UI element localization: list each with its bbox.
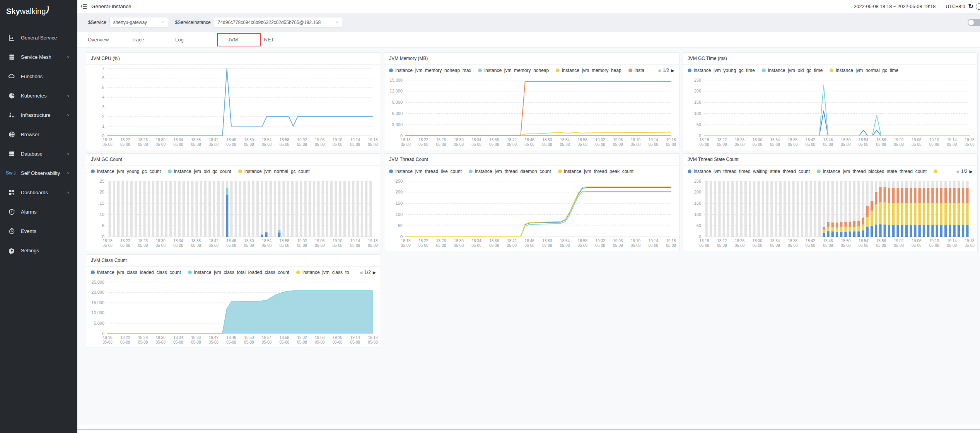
svg-text:05-08: 05-08: [350, 243, 360, 248]
svg-text:05-08: 05-08: [912, 142, 922, 147]
jvm-gc-time-chart[interactable]: 05010015020025018:1805-0818:2205-0818:26…: [683, 76, 977, 150]
svg-text:05-08: 05-08: [244, 340, 254, 344]
legend-item[interactable]: instance_jvm_memory_noheap_max: [389, 68, 471, 73]
legend-dot-icon: [296, 270, 300, 274]
jvm-thread-state-count-chart[interactable]: 05010015020025018:1805-0818:2205-0818:26…: [683, 177, 977, 251]
sidebar-item-label: Events: [21, 228, 36, 234]
legend-item[interactable]: instance_jvm_old_gc_time: [762, 68, 823, 73]
svg-text:05-08: 05-08: [841, 142, 851, 147]
svg-text:150: 150: [694, 201, 701, 205]
legend-label: insta: [635, 68, 644, 73]
sidebar-item-alarms[interactable]: Alarms: [0, 202, 77, 221]
legend-next-icon[interactable]: ▶: [671, 68, 674, 73]
chart-icon: [8, 34, 15, 41]
legend-item[interactable]: instance_jvm_class_loaded_class_count: [91, 270, 181, 275]
jvm-memory-chart[interactable]: 03,0006,0009,00012,00015,00018:1805-0818…: [384, 76, 679, 150]
svg-text:05-08: 05-08: [209, 142, 219, 147]
sidebar-item-kubernetes[interactable]: Kubernetes ∨: [0, 86, 77, 105]
sidebar-item-database[interactable]: Database ∨: [0, 144, 77, 163]
legend-item[interactable]: instance_jvm_thread_peak_count: [558, 169, 633, 174]
svg-text:05-08: 05-08: [734, 142, 744, 147]
svg-text:05-08: 05-08: [649, 243, 659, 248]
svg-text:18:42: 18:42: [806, 138, 815, 142]
tab-log[interactable]: Log: [173, 32, 217, 48]
svg-text:18:58: 18:58: [280, 335, 289, 340]
sidebar-item-browser[interactable]: Browser: [0, 125, 77, 144]
legend-item[interactable]: instance_jvm_memory_noheap: [478, 68, 549, 73]
refresh-icon[interactable]: ↻: [968, 3, 973, 10]
legend-item[interactable]: [934, 169, 940, 173]
legend-item[interactable]: instance_jvm_thread_timed_waiting_state_…: [688, 169, 810, 174]
legend-item[interactable]: instance_jvm_thread_blocked_state_thread…: [817, 169, 927, 174]
legend-item[interactable]: instance_jvm_thread_daemon_count: [469, 169, 551, 174]
tab-trace[interactable]: Trace: [130, 32, 173, 48]
legend-item[interactable]: instance_jvm_old_gc_count: [168, 169, 231, 174]
chart-legend: instance_jvm_memory_noheap_maxinstance_j…: [384, 65, 679, 76]
legend-label: instance_jvm_class_loaded_class_count: [97, 270, 181, 275]
sidebar-item-self-observability[interactable]: Sw﹚ Self Observability ∨: [0, 163, 77, 183]
legend-label: instance_jvm_thread_timed_waiting_state_…: [694, 169, 810, 174]
svg-text:05-08: 05-08: [436, 243, 446, 248]
svg-text:7: 7: [102, 66, 104, 71]
legend-prev-icon[interactable]: ◀: [956, 169, 959, 174]
svg-text:05-08: 05-08: [699, 243, 709, 248]
legend-item[interactable]: instance_jvm_class_to: [296, 270, 349, 275]
service-instance-select[interactable]: 74d96c778c694c6b9b6322c62d55b765@192.168…: [214, 17, 342, 27]
service-label: $Service: [88, 20, 106, 25]
svg-text:05-08: 05-08: [454, 243, 464, 248]
sidebar-item-service-mesh[interactable]: Service Mesh ∨: [0, 47, 77, 67]
svg-text:5,000: 5,000: [94, 321, 104, 325]
view-toggle[interactable]: [968, 19, 980, 26]
svg-text:05-08: 05-08: [858, 243, 868, 248]
svg-text:05-08: 05-08: [560, 243, 570, 248]
svg-text:18:46: 18:46: [823, 138, 833, 142]
legend-item[interactable]: instance_jvm_young_gc_count: [91, 169, 161, 174]
legend-item[interactable]: instance_jvm_normal_gc_time: [830, 68, 898, 73]
tab-overview[interactable]: Overview: [86, 32, 130, 48]
svg-text:05-08: 05-08: [876, 243, 886, 248]
svg-text:19:06: 19:06: [315, 138, 324, 142]
legend-item[interactable]: instance_jvm_memory_heap: [556, 68, 621, 73]
jvm-gc-count-chart[interactable]: 051015202518:1805-0818:2205-0818:2605-08…: [86, 177, 381, 251]
sidebar-item-events[interactable]: Events: [0, 221, 77, 241]
jvm-thread-count-chart[interactable]: 05010015020025018:1805-0818:2205-0818:26…: [384, 177, 679, 251]
legend-next-icon[interactable]: ▶: [970, 169, 973, 174]
tab-jvm[interactable]: JVM: [217, 33, 261, 46]
sidebar-item-dashboards[interactable]: Dashboards ∨: [0, 183, 77, 202]
sidebar-item-functions[interactable]: Functions: [0, 67, 77, 86]
time-range-picker[interactable]: 2022-05-08 18:18 ~ 2022-05-08 19:18: [854, 4, 936, 9]
svg-text:0: 0: [699, 234, 701, 239]
skywalking-logo[interactable]: Skywalking): [0, 0, 77, 22]
svg-text:05-08: 05-08: [507, 243, 517, 248]
legend-item[interactable]: instance_jvm_young_gc_time: [688, 68, 755, 73]
chevron-down-icon: ∨: [67, 55, 70, 59]
legend-item[interactable]: instance_jvm_normal_gc_count: [238, 169, 310, 174]
sidebar-item-infrastructure[interactable]: Infrastructure ∨: [0, 105, 77, 125]
legend-prev-icon[interactable]: ◀: [359, 270, 362, 275]
svg-text:05-08: 05-08: [280, 340, 290, 344]
svg-text:18:58: 18:58: [578, 239, 587, 243]
sidebar-item-settings[interactable]: Settings: [0, 241, 77, 260]
tab-dotnet[interactable]: .NET: [261, 32, 304, 48]
svg-text:3: 3: [102, 104, 104, 109]
svg-text:19:02: 19:02: [297, 335, 307, 340]
legend-prev-icon[interactable]: ◀: [657, 68, 661, 73]
legend-next-icon[interactable]: ▶: [373, 270, 376, 275]
collapse-sidebar-icon[interactable]: [80, 3, 87, 9]
jvm-cpu-chart[interactable]: 0123456718:1805-0818:2205-0818:2605-0818…: [86, 65, 381, 150]
legend-item[interactable]: instance_jvm_thread_live_count: [389, 169, 461, 174]
legend-item[interactable]: insta: [628, 68, 644, 73]
svg-text:18:38: 18:38: [191, 335, 201, 340]
svg-text:0: 0: [102, 234, 104, 239]
jvm-class-count-chart[interactable]: 05,00010,00015,00020,00025,00018:1805-08…: [86, 278, 381, 347]
svg-text:18:30: 18:30: [156, 335, 166, 340]
service-select[interactable]: shenyu-gateway ∨: [109, 17, 168, 27]
svg-text:05-08: 05-08: [631, 243, 641, 248]
sidebar-item-general-service[interactable]: General Service: [0, 28, 77, 47]
legend-item[interactable]: instance_jvm_class_total_loaded_class_co…: [188, 270, 289, 275]
legend-dot-icon: [91, 270, 95, 274]
svg-text:10,000: 10,000: [91, 310, 104, 315]
svg-text:19:06: 19:06: [315, 239, 324, 243]
auto-refresh-icon[interactable]: [976, 3, 980, 10]
svg-text:05-08: 05-08: [823, 243, 833, 248]
